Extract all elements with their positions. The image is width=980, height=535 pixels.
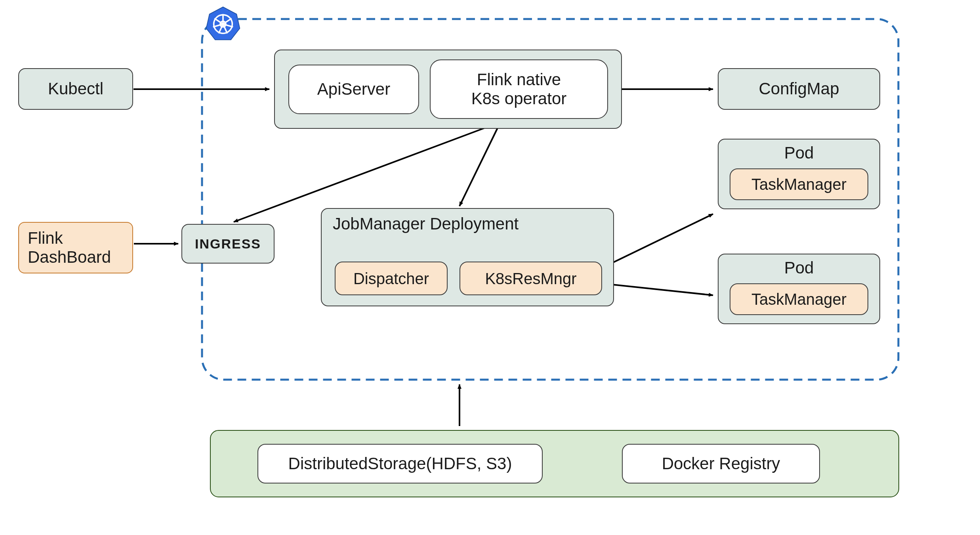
taskmanager1-label: TaskManager	[751, 175, 847, 193]
docker-registry-box: Docker Registry	[622, 444, 820, 483]
flink-operator-box: Flink native K8s operator	[430, 59, 608, 119]
taskmanager2-label: TaskManager	[751, 290, 847, 308]
flink-operator-label: Flink native K8s operator	[471, 70, 566, 109]
pod2-label: Pod	[784, 258, 814, 277]
configmap-box: ConfigMap	[718, 68, 880, 110]
edge-operator-jobmanager	[459, 125, 499, 206]
dispatcher-box: Dispatcher	[335, 262, 448, 295]
taskmanager2-box: TaskManager	[730, 283, 868, 315]
pod1-label: Pod	[784, 143, 814, 162]
jobmanager-deployment-label: JobManager Deployment	[333, 214, 519, 233]
flink-dashboard-label: Flink DashBoard	[28, 229, 111, 267]
flink-dashboard-box: Flink DashBoard	[18, 222, 133, 273]
taskmanager1-box: TaskManager	[730, 168, 868, 200]
k8s-icon	[205, 6, 241, 41]
kubectl-label: Kubectl	[48, 79, 103, 98]
distributed-storage-label: DistributedStorage(HDFS, S3)	[288, 454, 512, 473]
docker-registry-label: Docker Registry	[662, 454, 780, 473]
k8sresmngr-box: K8sResMngr	[459, 262, 602, 295]
kubectl-box: Kubectl	[18, 68, 133, 110]
edge-operator-ingress	[234, 123, 498, 222]
distributed-storage-box: DistributedStorage(HDFS, S3)	[257, 444, 543, 483]
configmap-label: ConfigMap	[759, 79, 839, 98]
apiserver-label: ApiServer	[317, 80, 390, 99]
k8sresmngr-label: K8sResMngr	[485, 269, 576, 288]
dispatcher-label: Dispatcher	[353, 269, 429, 288]
ingress-box: INGRESS	[181, 224, 275, 264]
ingress-label: INGRESS	[195, 236, 261, 252]
apiserver-box: ApiServer	[288, 65, 419, 114]
